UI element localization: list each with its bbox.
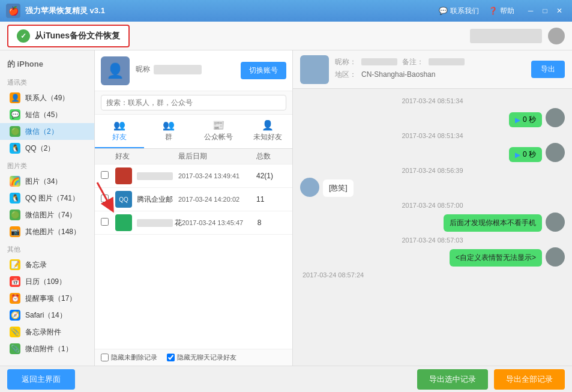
- friend-avatar-chat: [300, 178, 319, 197]
- notes-att-icon: 📎: [10, 327, 20, 337]
- table-footer: 隐藏未删除记录 隐藏无聊天记录好友: [95, 349, 292, 366]
- sidebar-item-calendar[interactable]: 📅 日历（109）: [0, 273, 94, 290]
- photos-icon: 🌈: [10, 176, 20, 187]
- sidebar-item-notes-attachment[interactable]: 📎 备忘录附件: [0, 324, 94, 340]
- row-checkbox-2[interactable]: [101, 194, 109, 202]
- sidebar-item-notes[interactable]: 📝 备忘录: [0, 256, 94, 273]
- tab-unknown[interactable]: 👤 未知好友: [243, 115, 292, 148]
- table-header: 好友 最后日期 总数: [95, 149, 292, 164]
- safari-icon: 🧭: [10, 310, 20, 321]
- sidebar-item-photos[interactable]: 🌈 图片（34）: [0, 173, 94, 190]
- help-btn[interactable]: ❓ 帮助: [489, 6, 514, 16]
- sidebar-item-contacts[interactable]: 👤 联系人（49）: [0, 89, 94, 106]
- back-to-home-button[interactable]: 返回主界面: [7, 369, 75, 390]
- message-bubble: [憨笑]: [323, 179, 354, 197]
- account-avatar: 👤: [101, 56, 130, 85]
- my-avatar: [546, 247, 565, 267]
- sidebar-item-wechat-photos[interactable]: 🟢 微信图片（74）: [0, 207, 94, 223]
- groups-icon: 👥: [163, 119, 175, 131]
- sidebar-section-comms: 通讯类: [0, 73, 94, 89]
- nickname-label: 昵称: [136, 64, 150, 74]
- message-row: ▶ 0 秒: [300, 108, 565, 127]
- unknown-icon: 👤: [262, 119, 274, 131]
- restore-icon: ✓: [17, 29, 30, 43]
- export-all-button[interactable]: 导出全部记录: [494, 369, 565, 390]
- message-timestamp: 2017-03-24 08:51:34: [300, 97, 565, 104]
- reminders-icon: ⏰: [10, 293, 20, 304]
- friend-avatar-3: [115, 214, 132, 231]
- message-timestamp-bottom: 2017-03-24 08:57:24: [300, 271, 565, 279]
- sidebar: 的 iPhone 通讯类 👤 联系人（49） 💬 短信（45） 🟢 微信（2） …: [0, 50, 95, 366]
- sidebar-item-wechat[interactable]: 🟢 微信（2）: [0, 123, 94, 140]
- sidebar-item-safari[interactable]: 🧭 Safari（14）: [0, 307, 94, 324]
- export-selected-button[interactable]: 导出选中记录: [417, 369, 488, 390]
- minimize-btn[interactable]: ─: [524, 4, 537, 17]
- friend-table: 2017-03-24 13:49:41 42(1) QQ 腾讯企业邮 2017-…: [95, 164, 292, 349]
- message-row: ▶ 0 秒: [300, 143, 565, 162]
- hide-deleted-label[interactable]: 隐藏未删除记录: [101, 353, 157, 362]
- tabs-row: 👥 好友 👥 群 📰 公众帐号 👤 未知好友: [95, 115, 292, 149]
- voice-message: ▶ 0 秒: [509, 147, 542, 162]
- maximize-btn[interactable]: □: [538, 4, 552, 17]
- voice-message: ▶ 0 秒: [509, 112, 542, 127]
- app-logo: 🍎: [6, 4, 20, 18]
- friend-avatar-2: QQ: [115, 191, 132, 208]
- device-name: 的 iPhone: [0, 55, 94, 73]
- row-checkbox-3[interactable]: [101, 218, 109, 226]
- sidebar-item-qq-photos[interactable]: 🐧 QQ 图片（741）: [0, 190, 94, 207]
- message-row: [憨笑]: [300, 178, 565, 197]
- sidebar-item-qq[interactable]: 🐧 QQ（2）: [0, 140, 94, 157]
- chat-messages: 2017-03-24 08:51:34 ▶ 0 秒 2017-03-24 08:…: [293, 89, 572, 366]
- message-row: <自定义表情暂无法显示>: [300, 247, 565, 267]
- notes-icon: 📝: [10, 259, 20, 270]
- title-bar: 🍎 强力苹果恢复精灵 v3.1 💬 联系我们 ❓ 帮助 ─ □ ✕: [0, 0, 572, 22]
- contact-us-btn[interactable]: 💬 联系我们: [439, 6, 479, 16]
- message-bubble: 后面才发现你根本不看手机: [444, 214, 542, 232]
- tab-friends[interactable]: 👥 好友: [95, 115, 144, 148]
- account-name-blurred: [154, 65, 202, 74]
- my-avatar: [546, 143, 565, 162]
- hide-deleted-checkbox[interactable]: [101, 354, 109, 361]
- voice-icon: ▶: [515, 116, 520, 124]
- chat-panel: 昵称： 备注： 地区： CN-Shanghai-Baoshan 导出 2017-…: [293, 50, 572, 366]
- tab-official[interactable]: 📰 公众帐号: [194, 115, 243, 148]
- window-controls: ─ □ ✕: [524, 4, 566, 17]
- message-timestamp: 2017-03-24 08:51:34: [300, 132, 565, 139]
- chat-header: 昵称： 备注： 地区： CN-Shanghai-Baoshan 导出: [293, 50, 572, 89]
- tab-groups[interactable]: 👥 群: [144, 115, 193, 148]
- my-avatar: [546, 213, 565, 232]
- search-input[interactable]: [101, 95, 286, 110]
- sidebar-section-photos: 图片类: [0, 157, 94, 173]
- message-timestamp: 2017-03-24 08:57:00: [300, 202, 565, 209]
- chat-avatar: [300, 55, 329, 84]
- table-row[interactable]: QQ 腾讯企业邮 2017-03-24 14:20:02 11: [95, 188, 292, 211]
- message-timestamp: 2017-03-24 08:57:03: [300, 237, 565, 244]
- search-bar: [95, 91, 292, 115]
- voice-icon: ▶: [515, 151, 520, 159]
- message-row: 后面才发现你根本不看手机: [300, 213, 565, 232]
- row-checkbox-1[interactable]: [101, 171, 109, 179]
- official-icon: 📰: [212, 119, 224, 131]
- contacts-icon: 👤: [10, 92, 20, 103]
- switch-account-button[interactable]: 切换账号: [241, 62, 286, 79]
- itunes-restore-label: 从iTunes备份文件恢复: [35, 31, 120, 41]
- export-chat-button[interactable]: 导出: [531, 61, 565, 78]
- hide-no-chat-checkbox[interactable]: [167, 354, 175, 361]
- table-row[interactable]: 花 2017-03-24 13:45:47 8: [95, 211, 292, 235]
- table-row[interactable]: 2017-03-24 13:49:41 42(1): [95, 164, 292, 188]
- account-name-box: 昵称: [136, 64, 235, 77]
- sidebar-item-other-photos[interactable]: 📷 其他图片（148）: [0, 223, 94, 240]
- main-layout: 的 iPhone 通讯类 👤 联系人（49） 💬 短信（45） 🟢 微信（2） …: [0, 50, 572, 366]
- sidebar-item-wechat-attachment[interactable]: 📎 微信附件（1）: [0, 340, 94, 357]
- account-header: 👤 昵称 切换账号: [95, 50, 292, 91]
- other-photos-icon: 📷: [10, 226, 20, 237]
- sidebar-item-sms[interactable]: 💬 短信（45）: [0, 106, 94, 123]
- wechat-icon: 🟢: [10, 126, 20, 137]
- title-bar-actions: 💬 联系我们 ❓ 帮助: [439, 6, 514, 16]
- message-timestamp: 2017-03-24 08:56:39: [300, 167, 565, 174]
- sidebar-item-reminders[interactable]: ⏰ 提醒事项（17）: [0, 290, 94, 307]
- itunes-restore-button[interactable]: ✓ 从iTunes备份文件恢复: [7, 25, 130, 47]
- close-btn[interactable]: ✕: [553, 4, 566, 17]
- hide-no-chat-label[interactable]: 隐藏无聊天记录好友: [167, 353, 236, 362]
- user-avatar-small: [548, 28, 565, 44]
